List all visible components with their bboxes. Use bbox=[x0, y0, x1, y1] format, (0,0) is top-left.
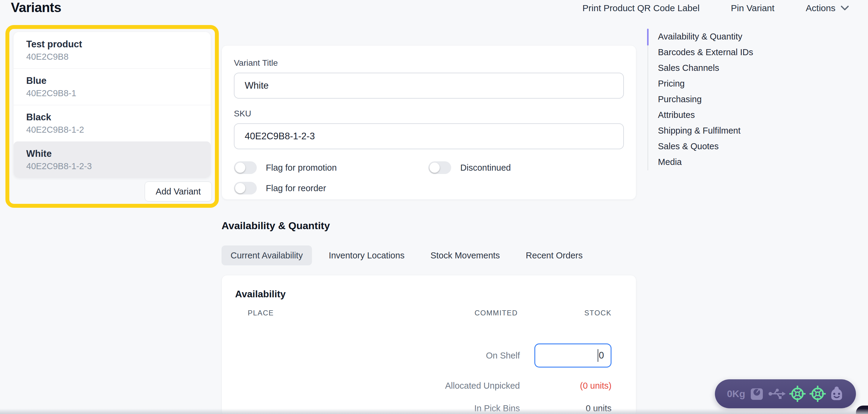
variant-list-item-white-selected[interactable]: White 40E2C9B8-1-2-3 bbox=[13, 141, 211, 178]
variant-title-value: White bbox=[245, 80, 269, 91]
variant-list: Test product 40E2C9B8 Blue 40E2C9B8-1 Bl… bbox=[13, 32, 211, 178]
sku-label: SKU bbox=[234, 109, 624, 118]
sku-input[interactable]: 40E2C9B8-1-2-3 bbox=[234, 123, 624, 149]
availability-card: Availability PLACE COMMITED STOCK On She… bbox=[221, 275, 636, 414]
nav-item-pricing[interactable]: Pricing bbox=[658, 76, 753, 91]
availability-heading: Availability bbox=[235, 289, 286, 300]
nav-rail bbox=[647, 29, 648, 170]
nav-active-indicator bbox=[647, 29, 649, 46]
variant-item-title: White bbox=[26, 148, 211, 159]
flag-for-promotion-toggle[interactable] bbox=[234, 161, 257, 174]
tab-stock-movements[interactable]: Stock Movements bbox=[421, 245, 509, 265]
column-header-commited: COMMITED bbox=[475, 309, 518, 317]
variant-form-card: Variant Title White SKU 40E2C9B8-1-2-3 F… bbox=[221, 45, 636, 200]
actions-menu-button[interactable]: Actions bbox=[806, 3, 849, 13]
nav-item-availability-quantity[interactable]: Availability & Quantity bbox=[658, 29, 753, 44]
nav-item-purchasing[interactable]: Purchasing bbox=[658, 91, 753, 107]
chevron-down-icon bbox=[841, 6, 849, 10]
allocated-unpicked-label: Allocated Unpicked bbox=[445, 381, 520, 391]
print-qr-label-text: Print Product QR Code Label bbox=[583, 3, 700, 13]
variant-item-sku: 40E2C9B8-1-2 bbox=[26, 125, 211, 135]
tab-inventory-locations[interactable]: Inventory Locations bbox=[320, 245, 413, 265]
variant-list-item-blue[interactable]: Blue 40E2C9B8-1 bbox=[13, 68, 211, 105]
nav-item-media[interactable]: Media bbox=[658, 154, 753, 170]
robot-icon[interactable] bbox=[830, 386, 844, 401]
nav-item-barcodes-external-ids[interactable]: Barcodes & External IDs bbox=[658, 44, 753, 60]
toggle-row-1: Flag for promotion Discontinued bbox=[234, 161, 624, 174]
add-variant-button[interactable]: Add Variant bbox=[145, 181, 212, 201]
availability-tabs: Current Availability Inventory Locations… bbox=[221, 245, 592, 265]
flag-for-reorder-label: Flag for reorder bbox=[266, 183, 326, 193]
pin-variant-button[interactable]: Pin Variant bbox=[731, 3, 775, 13]
discontinued-label: Discontinued bbox=[460, 163, 511, 173]
in-pick-bins-label: In Pick Bins bbox=[474, 404, 520, 413]
on-shelf-stock-input[interactable]: 0 bbox=[534, 344, 612, 367]
nav-item-attributes[interactable]: Attributes bbox=[658, 107, 753, 123]
variant-title-label: Variant Title bbox=[234, 58, 624, 68]
variant-item-title: Blue bbox=[26, 76, 211, 86]
variant-item-sku: 40E2C9B8-1 bbox=[26, 88, 211, 98]
device-status-dock: 0Kg bbox=[715, 379, 856, 408]
print-qr-label-button[interactable]: Print Product QR Code Label bbox=[583, 3, 700, 13]
variant-list-highlight-box: Test product 40E2C9B8 Blue 40E2C9B8-1 Bl… bbox=[5, 25, 219, 208]
actions-menu-text: Actions bbox=[806, 3, 835, 13]
variant-title-input[interactable]: White bbox=[234, 73, 624, 98]
column-header-stock: STOCK bbox=[584, 309, 612, 317]
section-heading: Availability & Quantity bbox=[221, 220, 330, 232]
scale-icon[interactable] bbox=[749, 386, 765, 402]
page-title: Variants bbox=[11, 0, 61, 15]
usb-icon[interactable] bbox=[768, 387, 786, 401]
nav-item-sales-channels[interactable]: Sales Channels bbox=[658, 60, 753, 76]
scale-weight-readout: 0Kg bbox=[727, 388, 745, 400]
variant-section-nav: Availability & Quantity Barcodes & Exter… bbox=[647, 29, 753, 170]
column-header-place: PLACE bbox=[248, 309, 274, 317]
target-wheel-icon[interactable] bbox=[789, 386, 806, 402]
variant-list-item-test-product[interactable]: Test product 40E2C9B8 bbox=[13, 32, 211, 68]
toggle-knob bbox=[235, 162, 245, 173]
in-pick-bins-value: 0 units bbox=[586, 404, 612, 413]
variant-item-title: Test product bbox=[26, 39, 211, 50]
variant-item-sku: 40E2C9B8 bbox=[26, 52, 211, 62]
variant-item-title: Black bbox=[26, 112, 211, 123]
header-actions: Print Product QR Code Label Pin Variant … bbox=[583, 3, 849, 13]
pin-variant-text: Pin Variant bbox=[731, 3, 775, 13]
text-cursor bbox=[598, 349, 598, 362]
target-wheel-icon[interactable] bbox=[809, 386, 826, 402]
toggle-knob bbox=[235, 183, 245, 193]
discontinued-toggle[interactable] bbox=[428, 161, 451, 174]
nav-item-shipping-fulfilment[interactable]: Shipping & Fulfilment bbox=[658, 123, 753, 139]
tab-current-availability[interactable]: Current Availability bbox=[221, 245, 312, 265]
corner-panel-edge bbox=[856, 406, 868, 414]
tab-recent-orders[interactable]: Recent Orders bbox=[517, 245, 592, 265]
sku-value: 40E2C9B8-1-2-3 bbox=[245, 131, 315, 142]
variant-list-item-black[interactable]: Black 40E2C9B8-1-2 bbox=[13, 105, 211, 141]
on-shelf-value: 0 bbox=[599, 350, 604, 361]
nav-item-sales-quotes[interactable]: Sales & Quotes bbox=[658, 139, 753, 154]
toggle-row-2: Flag for reorder bbox=[234, 182, 624, 195]
allocated-unpicked-value: (0 units) bbox=[580, 381, 612, 391]
toggle-knob bbox=[430, 162, 440, 173]
add-variant-row: Add Variant bbox=[9, 181, 212, 201]
flag-for-reorder-toggle[interactable] bbox=[234, 182, 257, 195]
variant-item-sku: 40E2C9B8-1-2-3 bbox=[26, 161, 211, 171]
on-shelf-label: On Shelf bbox=[486, 351, 520, 361]
flag-for-promotion-label: Flag for promotion bbox=[266, 163, 337, 173]
